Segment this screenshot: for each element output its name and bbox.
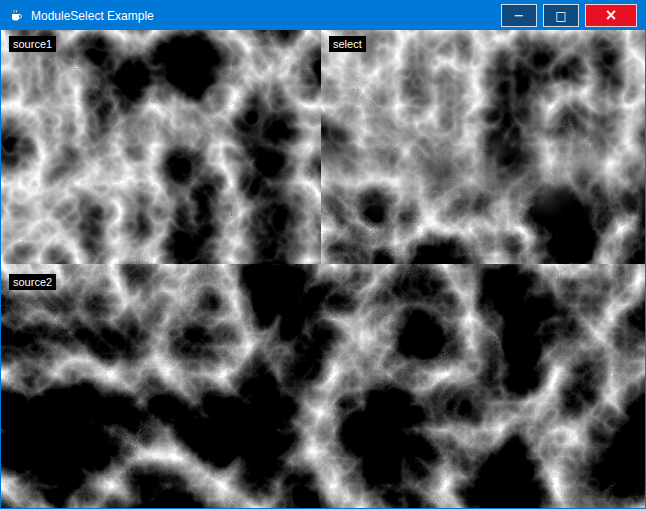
source1-noise-image [1,30,321,264]
minimize-button[interactable]: − [501,4,537,27]
label-source2: source2 [9,274,56,290]
render-canvas: source1 select source2 [1,30,645,508]
window-controls: − □ × [501,4,637,27]
select-noise-image [321,30,645,264]
coffee-cup-icon [9,8,24,23]
titlebar[interactable]: ModuleSelect Example − □ × [1,1,645,30]
label-select: select [329,36,366,52]
close-icon: × [605,8,618,23]
source2-noise-image [1,264,645,508]
maximize-button[interactable]: □ [543,4,579,27]
maximize-icon: □ [555,10,566,22]
minimize-icon: − [514,9,525,22]
label-source1: source1 [9,36,56,52]
app-window: ModuleSelect Example − □ × [0,0,646,509]
window-title: ModuleSelect Example [31,9,501,23]
close-button[interactable]: × [585,4,637,27]
java-app-icon [9,8,24,23]
